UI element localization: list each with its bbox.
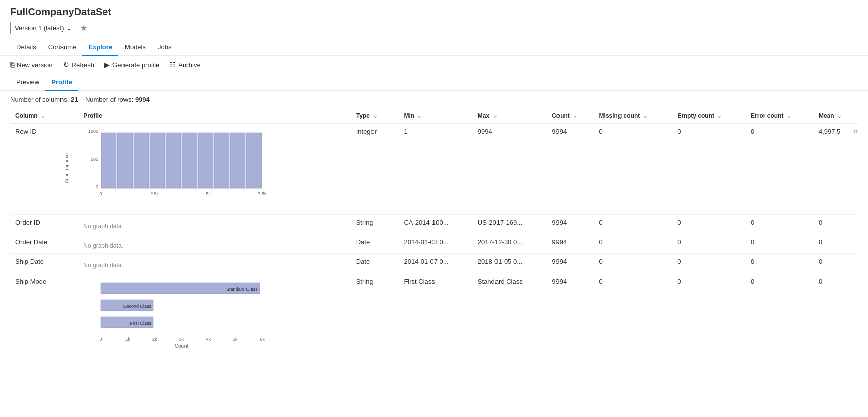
cell-missing-count: 0: [594, 215, 673, 234]
nav-tab-consume[interactable]: Consume: [42, 39, 83, 56]
columns-label: Number of columns:: [10, 96, 69, 103]
cell-error-count: 0: [746, 124, 814, 215]
cell-profile: Standard ClassSecond ClassFirst Class01k…: [78, 273, 351, 359]
th-mean[interactable]: Mean ⌄: [814, 108, 858, 124]
cell-max: Standard Class: [473, 273, 547, 359]
table-header-row: Column ⌄ Profile Type ⌄ Min ⌄ Max ⌄ Coun…: [10, 108, 858, 124]
th-column[interactable]: Column ⌄: [10, 108, 78, 124]
archive-icon: ☷: [169, 61, 176, 69]
svg-rect-10: [198, 133, 213, 188]
cell-empty-count: 0: [672, 254, 746, 273]
cell-type: Integer: [351, 124, 399, 215]
rows-label: Number of rows:: [85, 96, 133, 103]
svg-text:Count (approx): Count (approx): [64, 153, 69, 183]
svg-text:0: 0: [96, 184, 98, 189]
favorite-icon[interactable]: ★: [80, 23, 87, 33]
page-title: FullCompanyDataSet: [10, 6, 858, 18]
cell-column-name: Ship Date: [10, 254, 78, 273]
svg-rect-9: [182, 133, 197, 188]
sort-icon-mean: ⌄: [837, 113, 841, 119]
cell-column-name: Ship Mode: [10, 273, 78, 359]
new-version-button[interactable]: ⎘ New version: [10, 61, 53, 69]
refresh-label: Refresh: [72, 61, 95, 69]
collapse-panel-button[interactable]: »: [853, 126, 858, 136]
refresh-button[interactable]: ↻ Refresh: [63, 61, 95, 69]
cell-max: 2018-01-05 0...: [473, 254, 547, 273]
sub-tab-profile[interactable]: Profile: [45, 74, 78, 91]
cell-empty-count: 0: [672, 215, 746, 234]
rows-value: 9994: [135, 96, 150, 103]
generate-profile-button[interactable]: ▶ Generate profile: [104, 61, 159, 69]
generate-profile-label: Generate profile: [112, 61, 159, 69]
cell-max: 9994: [473, 124, 547, 215]
cell-error-count: 0: [746, 254, 814, 273]
svg-text:6k: 6k: [260, 337, 265, 342]
cell-max: 2017-12-30 0...: [473, 234, 547, 254]
cell-missing-count: 0: [594, 124, 673, 215]
toolbar: ⎘ New version ↻ Refresh ▶ Generate profi…: [0, 56, 868, 74]
th-count[interactable]: Count ⌄: [547, 108, 594, 124]
main-nav: DetailsConsumeExploreModelsJobs: [0, 39, 868, 56]
sort-icon-type: ⌄: [373, 113, 377, 119]
sort-icon-missing: ⌄: [643, 113, 647, 119]
th-error-count[interactable]: Error count ⌄: [746, 108, 814, 124]
archive-button[interactable]: ☷ Archive: [169, 61, 200, 69]
cell-empty-count: 0: [672, 124, 746, 215]
svg-text:Second Class: Second Class: [123, 304, 152, 309]
cell-column-name: Order ID: [10, 215, 78, 234]
cell-error-count: 0: [746, 234, 814, 254]
table-row: Order IDNo graph data.StringCA-2014-100.…: [10, 215, 858, 234]
svg-rect-8: [166, 133, 181, 188]
cell-missing-count: 0: [594, 254, 673, 273]
svg-text:7.5k: 7.5k: [258, 191, 267, 196]
refresh-icon: ↻: [63, 61, 69, 69]
svg-text:0: 0: [100, 337, 102, 342]
sort-icon-error: ⌄: [787, 113, 791, 119]
sort-icon-max: ⌄: [493, 113, 497, 119]
cell-type: Date: [351, 254, 399, 273]
sort-icon-column: ⌄: [41, 113, 45, 119]
cell-error-count: 0: [746, 215, 814, 234]
svg-text:First Class: First Class: [130, 321, 152, 326]
archive-label: Archive: [178, 61, 200, 69]
svg-rect-12: [230, 133, 245, 188]
cell-profile: No graph data.: [78, 254, 351, 273]
th-min[interactable]: Min ⌄: [399, 108, 472, 124]
cell-profile: Count (approx)1000500002.5k5k7.5k: [78, 124, 351, 215]
version-select[interactable]: Version 1 (latest) ⌄: [10, 22, 76, 34]
profile-table: Column ⌄ Profile Type ⌄ Min ⌄ Max ⌄ Coun…: [10, 108, 858, 359]
nav-tab-details[interactable]: Details: [10, 39, 42, 56]
svg-rect-5: [117, 133, 133, 188]
chevron-down-icon: ⌄: [66, 24, 72, 32]
svg-rect-6: [134, 133, 149, 188]
th-max[interactable]: Max ⌄: [473, 108, 547, 124]
svg-rect-4: [101, 133, 116, 188]
table-row: Ship DateNo graph data.Date2014-01-07 0.…: [10, 254, 858, 273]
cell-min: 1: [399, 124, 472, 215]
cell-min: 2014-01-03 0...: [399, 234, 472, 254]
nav-tab-jobs[interactable]: Jobs: [152, 39, 177, 56]
cell-type: String: [351, 273, 399, 359]
svg-text:Count: Count: [175, 343, 189, 349]
cell-empty-count: 0: [672, 273, 746, 359]
svg-rect-13: [246, 133, 262, 188]
svg-text:Standard Class: Standard Class: [226, 287, 258, 292]
cell-type: Date: [351, 234, 399, 254]
meta-info: Number of columns: 21 Number of rows: 99…: [0, 91, 868, 108]
th-missing-count[interactable]: Missing count ⌄: [594, 108, 673, 124]
sub-tab-preview[interactable]: Preview: [10, 74, 45, 91]
cell-profile: No graph data.: [78, 215, 351, 234]
sort-icon-empty: ⌄: [717, 113, 721, 119]
svg-text:2.5k: 2.5k: [150, 191, 159, 196]
th-type[interactable]: Type ⌄: [351, 108, 399, 124]
cell-min: CA-2014-100...: [399, 215, 472, 234]
cell-min: First Class: [399, 273, 472, 359]
cell-count: 9994: [547, 234, 594, 254]
nav-tab-explore[interactable]: Explore: [82, 39, 118, 56]
th-empty-count[interactable]: Empty count ⌄: [672, 108, 746, 124]
cell-count: 9994: [547, 215, 594, 234]
nav-tab-models[interactable]: Models: [118, 39, 152, 56]
cell-type: String: [351, 215, 399, 234]
cell-min: 2014-01-07 0...: [399, 254, 472, 273]
svg-rect-11: [214, 133, 229, 188]
